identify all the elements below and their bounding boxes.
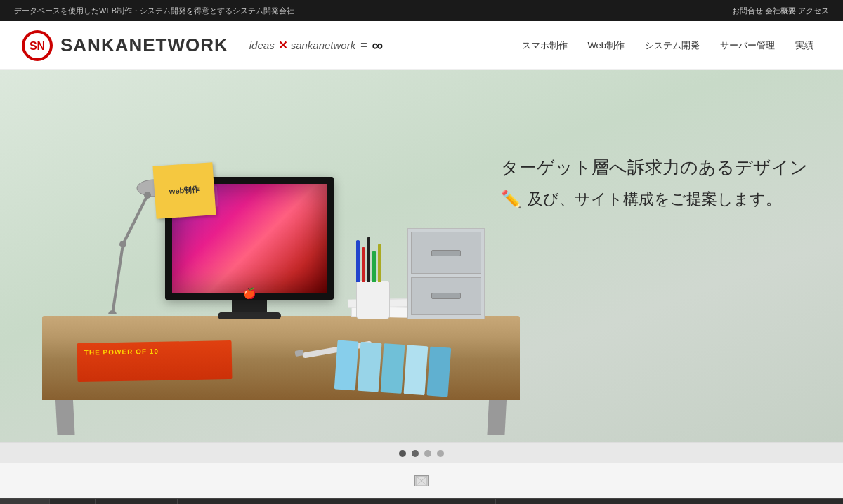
hero-headline2: ✏️ 及び、サイト構成をご提案します。 <box>501 187 808 212</box>
slider-dots <box>0 442 843 463</box>
svg-line-4 <box>123 195 148 244</box>
formula-infinity: ∞ <box>372 37 384 55</box>
slider-dot-1[interactable] <box>399 450 406 457</box>
tagline-formula: ideas ✕ sankanetwork = ∞ <box>249 37 383 55</box>
desk-scene: web制作 🍎 <box>42 77 520 400</box>
logo-area[interactable]: SN SANKANETWORK ideas ✕ sankanetwork = ∞ <box>21 29 383 62</box>
contact-link[interactable]: お問合せ <box>732 6 763 15</box>
top-bar: データベースを使用したWEB制作・システム開発を得意とするシステム開発会社 お問… <box>0 0 843 21</box>
nav-results[interactable]: 実績 <box>787 34 822 58</box>
sticky-note: web制作 <box>152 162 216 219</box>
formula-eq: = <box>360 39 367 52</box>
hero-text: ターゲット層へ訴求力のあるデザイン ✏️ 及び、サイト構成をご提案します。 <box>501 154 808 212</box>
about-link[interactable]: 会社概要 <box>765 6 796 15</box>
logo-icon: SN <box>21 29 53 62</box>
nav-smartphone[interactable]: スマホ制作 <box>514 34 576 58</box>
pencil-holder <box>356 237 390 319</box>
hero-headline1: ターゲット層へ訴求力のあるデザイン <box>501 154 808 181</box>
svg-point-8 <box>144 192 151 199</box>
taskbar-softstore[interactable]: SoftStore 件 <box>0 499 50 504</box>
slider-dot-4[interactable] <box>437 450 444 457</box>
svg-line-3 <box>112 244 123 314</box>
taskbar-time: 53% 16:29 <box>50 499 96 504</box>
svg-point-7 <box>119 241 126 248</box>
sticky-text: web制作 <box>169 185 200 197</box>
hero: web制作 🍎 <box>0 70 843 442</box>
svg-text:SN: SN <box>30 40 45 52</box>
below-slider <box>0 463 843 498</box>
header: SN SANKANETWORK ideas ✕ sankanetwork = ∞… <box>0 21 843 70</box>
file-cabinet <box>407 228 485 319</box>
color-swatches <box>334 340 451 397</box>
slider-dot-2[interactable] <box>412 450 419 457</box>
top-tagline: データベースを使用したWEB制作・システム開発を得意とするシステム開発会社 <box>14 6 294 16</box>
taskbar: SoftStore 件 53% 16:29 着信 送受信 葛五郎 Omiage.… <box>0 498 843 504</box>
nav-server[interactable]: サーバー管理 <box>712 34 783 58</box>
nav-web[interactable]: Web制作 <box>580 34 634 58</box>
book-text: THE POWER OF 10 <box>84 346 225 356</box>
formula-network: sankanetwork <box>291 39 356 51</box>
svg-point-6 <box>108 310 117 314</box>
logo-text: SANKANETWORK <box>60 34 228 56</box>
top-links: お問合せ 会社概要 アクセス <box>732 6 829 16</box>
book-cover: THE POWER OF 10 <box>77 340 233 382</box>
apple-logo: 🍎 <box>243 287 256 300</box>
taskbar-mail[interactable]: 着信 送受信 葛五郎 <box>96 499 178 504</box>
taskbar-japan[interactable]: 日本のがんばるを応援します <box>226 499 329 504</box>
access-link[interactable]: アクセス <box>798 6 829 15</box>
formula-x: ✕ <box>278 39 287 52</box>
taskbar-omiage[interactable]: Omiage.net <box>178 499 226 504</box>
monitor: web制作 🍎 <box>165 177 334 319</box>
taskbar-yuru[interactable]: 「ゆる」「みんな」「わたる」という事業の記録 <box>329 499 496 504</box>
nav-system[interactable]: システム開発 <box>636 34 708 58</box>
broken-image <box>414 475 429 486</box>
main-nav: スマホ制作 Web制作 システム開発 サーバー管理 実績 <box>514 34 823 58</box>
formula-ideas: ideas <box>249 39 275 51</box>
slider-dot-3[interactable] <box>424 450 431 457</box>
